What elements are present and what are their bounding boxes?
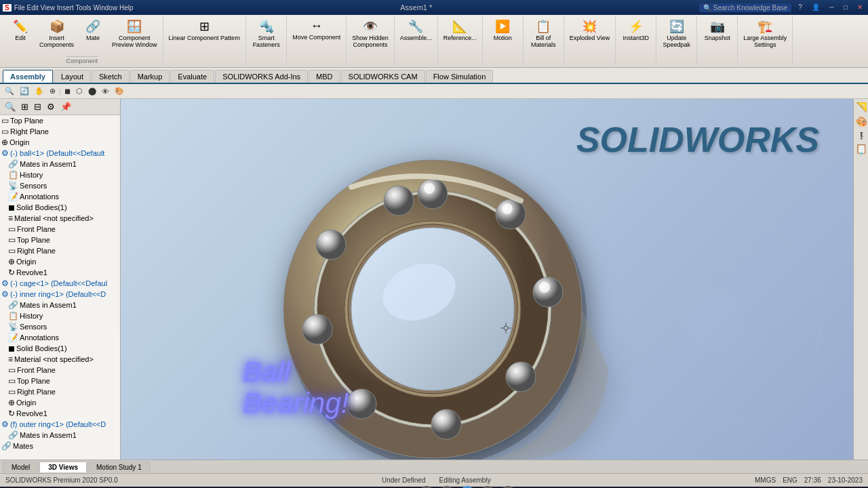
linear-pattern-btn[interactable]: ⊞ Linear Component Pattern [166,18,243,43]
tab-layout[interactable]: Layout [54,70,91,83]
new-motion-study-btn[interactable]: ▶️ Motion [486,18,519,43]
lang: ENG [783,476,797,484]
sensors-icon-2: 📡 [8,322,18,331]
pin-btn[interactable]: 📌 [58,101,73,113]
tree-solid-bodies-2[interactable]: ◼ Solid Bodies(1) [0,343,120,354]
tab-sketch[interactable]: Sketch [92,70,130,83]
tree-mates-root[interactable]: 🔗 Mates [0,441,120,451]
mate-btn[interactable]: 🔗 Mate [77,18,109,49]
tree-front-plane-1[interactable]: ▭ Front Plane [0,224,120,235]
tree-material-2[interactable]: ≡ Material <not specified> [0,354,120,365]
assemble-btn[interactable]: 🔧 Assemble... [397,18,435,43]
large-label: Large AssemblySettings [743,35,787,48]
zoom-btn[interactable]: ⊕ [47,86,58,96]
3d-viewport[interactable]: SOLIDWORKS [121,99,853,460]
3d-views-tab[interactable]: 3D Views [39,462,87,472]
edit-btn[interactable]: ✏️ Edit [4,18,37,49]
move-component-btn[interactable]: ↔️ Move Component [290,18,343,42]
tree-origin-1[interactable]: ⊕ Origin [0,256,120,267]
zoom-to-fit-btn[interactable]: 🔍 [3,86,16,96]
smart-fasteners-btn[interactable]: 🔩 SmartFasteners [250,18,283,49]
large-assembly-btn[interactable]: 🏗️ Large AssemblySettings [741,18,789,49]
instant3d-btn[interactable]: ⚡ Instant3D [620,18,652,43]
show-hidden-btn[interactable]: 👁️ Show HiddenComponents [349,18,391,49]
tab-cam[interactable]: SOLIDWORKS CAM [341,70,425,83]
settings-icon[interactable]: ⚙ [45,101,57,113]
view-orient-btn[interactable]: ⬡ [74,86,85,96]
file-menu[interactable]: File Edit View Insert Tools Window Help [14,4,134,12]
tree-annotations-1[interactable]: 📝 Annotations [0,191,120,202]
minimize-btn[interactable]: ─ [827,3,837,12]
display-mode-btn[interactable]: ◼ [62,86,73,96]
tree-mates-assem1-3[interactable]: 🔗 Mates in Assem1 [0,430,120,441]
tree-sensors-2[interactable]: 📡 Sensors [0,321,120,332]
tree-top-plane[interactable]: ▭ Top Plane [0,115,120,126]
snapshot-label: Snapshot [705,35,730,41]
tab-evaluate[interactable]: Evaluate [170,70,214,83]
tree-origin-2[interactable]: ⊕ Origin [0,397,120,408]
tree-material-1[interactable]: ≡ Material <not specified> [0,213,120,224]
edit-label: Edit [15,35,26,41]
maximize-btn[interactable]: □ [841,3,850,12]
tree-right-plane-1[interactable]: ▭ Right Plane [0,245,120,256]
top-plane-1-label: Top Plane [17,236,50,244]
tree-annotations-2[interactable]: 📝 Annotations [0,332,120,343]
take-snapshot-btn[interactable]: 📷 Snapshot [701,18,734,43]
tree-revolve-2[interactable]: ↻ Revolve1 [0,408,120,419]
main-area: 🔍 ⊞ ⊟ ⚙ 📌 ▭ Top Plane ▭ Right Plane ⊕ Or… [0,99,868,460]
search-box[interactable]: 🔍 Search Knowledge Base [699,3,791,12]
rotate-btn[interactable]: 🔄 [18,86,31,96]
tree-inner-ring[interactable]: ⚙ (-) inner ring<1> (Default<<D [0,289,120,300]
tree-front-plane-2[interactable]: ▭ Front Plane [0,365,120,375]
annotations-icon-2: 📝 [8,333,18,342]
preview-btn[interactable]: 🪟 ComponentPreview Window [109,18,160,49]
tree-history-2[interactable]: 📋 History [0,310,120,321]
tab-markup[interactable]: Markup [130,70,170,83]
motion-study-tab[interactable]: Motion Study 1 [87,462,151,472]
close-btn[interactable]: ✕ [854,3,865,12]
reference-label: Reference... [443,35,477,41]
top-plane-label: Top Plane [10,117,43,125]
right-plane-label: Right Plane [10,127,49,136]
tab-addins[interactable]: SOLIDWORKS Add-Ins [215,70,308,83]
bom-btn[interactable]: 📋 Bill ofMaterials [527,18,559,49]
tree-revolve-1[interactable]: ↻ Revolve1 [0,267,120,278]
user-btn[interactable]: 👤 [809,3,823,12]
tree-solid-bodies-1[interactable]: ◼ Solid Bodies(1) [0,202,120,213]
tree-sensors-1[interactable]: 📡 Sensors [0,180,120,191]
collapse-btn[interactable]: ⊟ [32,101,43,113]
display-manager-btn[interactable]: 🎨 [856,116,867,127]
tree-origin[interactable]: ⊕ Origin [0,137,120,148]
help-btn[interactable]: ? [795,3,805,12]
solid-bodies-icon-2: ◼ [8,344,15,353]
appearance-btn[interactable]: 🎨 [113,86,126,96]
expand-btn[interactable]: ⊞ [19,101,31,113]
reference-btn[interactable]: 📐 Reference... [441,18,479,43]
tree-ball[interactable]: ⚙ (-) ball<1> (Default<<Default [0,148,120,159]
tree-mates-assem1-2[interactable]: 🔗 Mates in Assem1 [0,300,120,310]
tree-outer-ring[interactable]: ⚙ (f) outer ring<1> (Default<<D [0,419,120,430]
property-tab-btn[interactable]: ℹ [856,130,867,141]
tree-mates-assem1[interactable]: 🔗 Mates in Assem1 [0,159,120,169]
tab-assembly[interactable]: Assembly [3,70,53,83]
tab-flow[interactable]: Flow Simulation [426,70,494,83]
viewport-cursor[interactable] [500,323,511,333]
custom-prop-btn[interactable]: 📋 [856,144,867,155]
tree-cage[interactable]: ⚙ (-) cage<1> (Default<<Defaul [0,278,120,289]
tree-history-1[interactable]: 📋 History [0,169,120,180]
pan-btn[interactable]: ✋ [33,86,46,96]
filter-btn[interactable]: 🔍 [3,101,18,113]
tree-top-plane-1[interactable]: ▭ Top Plane [0,235,120,245]
insert-components-btn[interactable]: 📦 InsertComponents [37,18,77,49]
view-palette-btn[interactable]: 📐 [856,102,867,113]
model-tab[interactable]: Model [3,462,39,472]
update-speedpak-btn[interactable]: 🔄 UpdateSpeedpak [660,18,693,49]
svg-point-24 [684,289,744,349]
tree-top-plane-2[interactable]: ▭ Top Plane [0,375,120,386]
tree-right-plane-2[interactable]: ▭ Right Plane [0,386,120,397]
tree-right-plane[interactable]: ▭ Right Plane [0,126,120,137]
tab-mbd[interactable]: MBD [309,70,340,83]
section-view-btn[interactable]: ⬤ [86,86,98,96]
hide-show-btn[interactable]: 👁 [100,87,111,96]
exploded-view-btn[interactable]: 💥 Exploded View [567,18,612,43]
